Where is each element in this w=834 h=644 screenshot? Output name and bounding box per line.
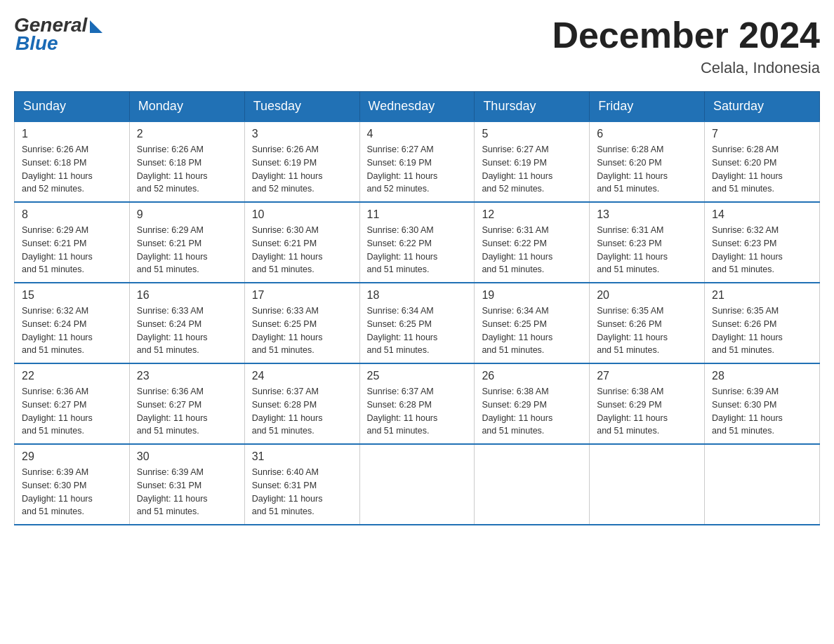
calendar-cell: 29Sunrise: 6:39 AMSunset: 6:30 PMDayligh… [15, 444, 130, 525]
day-info: Sunrise: 6:28 AMSunset: 6:20 PMDaylight:… [597, 143, 697, 196]
calendar-cell: 26Sunrise: 6:38 AMSunset: 6:29 PMDayligh… [475, 363, 590, 444]
header-sunday: Sunday [15, 92, 130, 122]
day-info: Sunrise: 6:32 AMSunset: 6:23 PMDaylight:… [712, 224, 812, 276]
calendar-cell: 25Sunrise: 6:37 AMSunset: 6:28 PMDayligh… [359, 363, 475, 444]
calendar-cell: 28Sunrise: 6:39 AMSunset: 6:30 PMDayligh… [705, 363, 820, 444]
calendar-cell: 7Sunrise: 6:28 AMSunset: 6:20 PMDaylight… [705, 121, 820, 202]
calendar-week-3: 15Sunrise: 6:32 AMSunset: 6:24 PMDayligh… [15, 283, 820, 363]
day-number: 2 [137, 128, 237, 140]
day-number: 27 [597, 370, 697, 382]
day-number: 3 [252, 128, 352, 140]
calendar-cell: 8Sunrise: 6:29 AMSunset: 6:21 PMDaylight… [15, 202, 130, 283]
calendar-cell [705, 444, 820, 525]
calendar-cell [359, 444, 475, 525]
day-info: Sunrise: 6:38 AMSunset: 6:29 PMDaylight:… [597, 385, 697, 438]
day-number: 22 [22, 370, 122, 382]
day-info: Sunrise: 6:29 AMSunset: 6:21 PMDaylight:… [137, 224, 237, 276]
day-info: Sunrise: 6:33 AMSunset: 6:24 PMDaylight:… [137, 304, 237, 357]
calendar-cell: 11Sunrise: 6:30 AMSunset: 6:22 PMDayligh… [359, 202, 475, 283]
day-number: 13 [597, 208, 697, 221]
calendar-cell: 19Sunrise: 6:34 AMSunset: 6:25 PMDayligh… [475, 283, 590, 363]
calendar-week-2: 8Sunrise: 6:29 AMSunset: 6:21 PMDaylight… [15, 202, 820, 283]
calendar-cell [475, 444, 590, 525]
calendar-cell: 24Sunrise: 6:37 AMSunset: 6:28 PMDayligh… [244, 363, 359, 444]
calendar-cell: 22Sunrise: 6:36 AMSunset: 6:27 PMDayligh… [15, 363, 130, 444]
day-number: 19 [482, 289, 582, 302]
day-info: Sunrise: 6:36 AMSunset: 6:27 PMDaylight:… [137, 385, 237, 438]
day-info: Sunrise: 6:30 AMSunset: 6:22 PMDaylight:… [367, 224, 468, 276]
day-number: 16 [137, 289, 237, 302]
calendar-cell: 10Sunrise: 6:30 AMSunset: 6:21 PMDayligh… [244, 202, 359, 283]
calendar-cell: 21Sunrise: 6:35 AMSunset: 6:26 PMDayligh… [705, 283, 820, 363]
header-saturday: Saturday [705, 92, 820, 122]
day-info: Sunrise: 6:29 AMSunset: 6:21 PMDaylight:… [22, 224, 122, 276]
day-number: 15 [22, 289, 122, 302]
day-info: Sunrise: 6:27 AMSunset: 6:19 PMDaylight:… [482, 143, 582, 196]
day-info: Sunrise: 6:35 AMSunset: 6:26 PMDaylight:… [597, 304, 697, 357]
day-info: Sunrise: 6:27 AMSunset: 6:19 PMDaylight:… [367, 143, 468, 196]
day-info: Sunrise: 6:39 AMSunset: 6:31 PMDaylight:… [137, 466, 237, 518]
day-number: 14 [712, 208, 812, 221]
header-thursday: Thursday [475, 92, 590, 122]
day-number: 23 [137, 370, 237, 382]
day-number: 18 [367, 289, 468, 302]
calendar-cell [590, 444, 705, 525]
day-number: 25 [367, 370, 468, 382]
calendar-cell: 3Sunrise: 6:26 AMSunset: 6:19 PMDaylight… [244, 121, 359, 202]
day-info: Sunrise: 6:26 AMSunset: 6:18 PMDaylight:… [137, 143, 237, 196]
day-number: 29 [22, 450, 122, 463]
calendar-week-1: 1Sunrise: 6:26 AMSunset: 6:18 PMDaylight… [15, 121, 820, 202]
day-info: Sunrise: 6:33 AMSunset: 6:25 PMDaylight:… [252, 304, 352, 357]
day-number: 17 [252, 289, 352, 302]
calendar-cell: 18Sunrise: 6:34 AMSunset: 6:25 PMDayligh… [359, 283, 475, 363]
header-wednesday: Wednesday [359, 92, 475, 122]
logo-blue-text: Blue [15, 32, 58, 55]
day-number: 31 [252, 450, 352, 463]
day-info: Sunrise: 6:34 AMSunset: 6:25 PMDaylight:… [367, 304, 468, 357]
logo: General Blue [14, 14, 102, 55]
day-info: Sunrise: 6:36 AMSunset: 6:27 PMDaylight:… [22, 385, 122, 438]
day-number: 9 [137, 208, 237, 221]
day-info: Sunrise: 6:40 AMSunset: 6:31 PMDaylight:… [252, 466, 352, 518]
day-info: Sunrise: 6:37 AMSunset: 6:28 PMDaylight:… [252, 385, 352, 438]
day-number: 20 [597, 289, 697, 302]
calendar-week-5: 29Sunrise: 6:39 AMSunset: 6:30 PMDayligh… [15, 444, 820, 525]
day-number: 11 [367, 208, 468, 221]
calendar-cell: 6Sunrise: 6:28 AMSunset: 6:20 PMDaylight… [590, 121, 705, 202]
day-number: 10 [252, 208, 352, 221]
calendar-cell: 12Sunrise: 6:31 AMSunset: 6:22 PMDayligh… [475, 202, 590, 283]
month-title: December 2024 [552, 14, 820, 56]
page-header: General Blue December 2024 Celala, Indon… [14, 14, 820, 77]
calendar-cell: 13Sunrise: 6:31 AMSunset: 6:23 PMDayligh… [590, 202, 705, 283]
header-tuesday: Tuesday [244, 92, 359, 122]
day-number: 4 [367, 128, 468, 140]
title-area: December 2024 Celala, Indonesia [552, 14, 820, 77]
header-monday: Monday [129, 92, 244, 122]
day-info: Sunrise: 6:38 AMSunset: 6:29 PMDaylight:… [482, 385, 582, 438]
calendar-cell: 15Sunrise: 6:32 AMSunset: 6:24 PMDayligh… [15, 283, 130, 363]
day-number: 8 [22, 208, 122, 221]
day-info: Sunrise: 6:26 AMSunset: 6:19 PMDaylight:… [252, 143, 352, 196]
calendar-cell: 30Sunrise: 6:39 AMSunset: 6:31 PMDayligh… [129, 444, 244, 525]
day-info: Sunrise: 6:37 AMSunset: 6:28 PMDaylight:… [367, 385, 468, 438]
day-number: 7 [712, 128, 812, 140]
day-number: 30 [137, 450, 237, 463]
day-number: 21 [712, 289, 812, 302]
calendar-cell: 5Sunrise: 6:27 AMSunset: 6:19 PMDaylight… [475, 121, 590, 202]
day-number: 26 [482, 370, 582, 382]
calendar-week-4: 22Sunrise: 6:36 AMSunset: 6:27 PMDayligh… [15, 363, 820, 444]
day-info: Sunrise: 6:28 AMSunset: 6:20 PMDaylight:… [712, 143, 812, 196]
calendar-cell: 2Sunrise: 6:26 AMSunset: 6:18 PMDaylight… [129, 121, 244, 202]
day-info: Sunrise: 6:31 AMSunset: 6:22 PMDaylight:… [482, 224, 582, 276]
day-info: Sunrise: 6:30 AMSunset: 6:21 PMDaylight:… [252, 224, 352, 276]
day-info: Sunrise: 6:39 AMSunset: 6:30 PMDaylight:… [712, 385, 812, 438]
calendar-cell: 16Sunrise: 6:33 AMSunset: 6:24 PMDayligh… [129, 283, 244, 363]
calendar-cell: 20Sunrise: 6:35 AMSunset: 6:26 PMDayligh… [590, 283, 705, 363]
day-info: Sunrise: 6:26 AMSunset: 6:18 PMDaylight:… [22, 143, 122, 196]
calendar-cell: 14Sunrise: 6:32 AMSunset: 6:23 PMDayligh… [705, 202, 820, 283]
day-info: Sunrise: 6:31 AMSunset: 6:23 PMDaylight:… [597, 224, 697, 276]
day-number: 12 [482, 208, 582, 221]
calendar-cell: 9Sunrise: 6:29 AMSunset: 6:21 PMDaylight… [129, 202, 244, 283]
header-friday: Friday [590, 92, 705, 122]
day-info: Sunrise: 6:39 AMSunset: 6:30 PMDaylight:… [22, 466, 122, 518]
